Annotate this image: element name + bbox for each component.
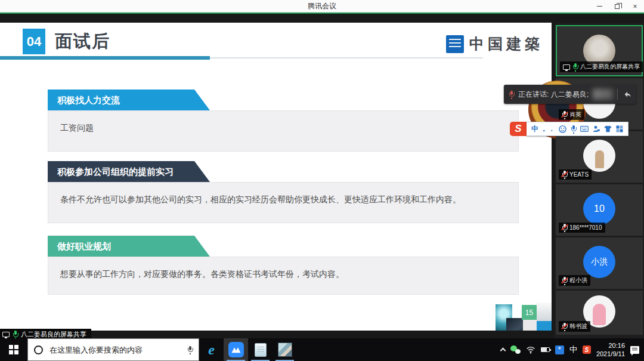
- participant-name: 韩书波: [569, 322, 587, 331]
- mic-on-icon: [13, 331, 18, 338]
- blurred-region: [593, 89, 613, 100]
- taskbar-search[interactable]: [27, 338, 199, 361]
- ime-toolbar-buttons: 中 。，: [527, 122, 628, 136]
- window-title: 腾讯会议: [308, 1, 336, 11]
- ie-icon: e: [208, 343, 215, 357]
- section-body-3: 想要从事的工作方向，对应要做的事务。各类资格证书考试年份，考试内容。: [48, 257, 519, 295]
- account-icon[interactable]: [593, 125, 600, 132]
- tray-clock[interactable]: 20:16 2021/9/11: [596, 341, 625, 359]
- wifi-icon[interactable]: [526, 346, 535, 354]
- close-icon: ×: [633, 2, 637, 11]
- avatar: 小洪: [583, 246, 615, 278]
- taskbar-app-meeting[interactable]: [224, 338, 248, 361]
- participant-name-label: 程小洪: [559, 275, 590, 286]
- windows-taskbar: e * 中 S 20:16 2021/9/11: [0, 338, 644, 361]
- participant-name-label: 八二姜易良的屏幕共享: [560, 61, 643, 72]
- mic-muted-icon: [562, 277, 567, 285]
- maximize-button[interactable]: [608, 0, 626, 13]
- company-logo-text: 中国建築: [469, 34, 543, 54]
- taskbar-app-notepad[interactable]: [248, 338, 273, 361]
- participant-name: 程小洪: [569, 276, 587, 285]
- participant-name-label: 肖英: [559, 109, 584, 120]
- speaking-mic-icon: [509, 91, 514, 98]
- participant-name-label: YEATS: [559, 169, 592, 180]
- windows-logo-icon: [9, 345, 18, 354]
- participant-name: 186****7010: [569, 224, 602, 231]
- start-button[interactable]: [0, 338, 27, 361]
- battery-icon[interactable]: [541, 347, 550, 352]
- participant-tile[interactable]: YEATS: [556, 131, 643, 183]
- search-input[interactable]: [48, 345, 182, 355]
- avatar-rabbit: [593, 304, 606, 325]
- system-tray: * 中 S 20:16 2021/9/11: [501, 341, 644, 359]
- screen-share-icon: [563, 64, 570, 70]
- action-center-icon[interactable]: [630, 346, 639, 354]
- mic-muted-icon: [562, 323, 567, 331]
- section-header-1: 积极找人力交流: [48, 90, 210, 110]
- avatar: 10: [583, 193, 615, 225]
- participant-tile[interactable]: 小洪 程小洪: [556, 237, 643, 289]
- participant-name: 肖英: [569, 110, 581, 119]
- section-body-2: 条件不允许也可以参加其他公司的实习，相应的实习经历会帮助你更快成长、更快适应工作…: [48, 182, 519, 223]
- company-logo: 中国建築: [446, 34, 543, 54]
- wechat-icon[interactable]: [510, 345, 521, 354]
- notepad-icon: [255, 343, 267, 357]
- section-header-2: 积极参加公司组织的提前实习: [48, 161, 210, 182]
- cscec-logo-icon: [446, 35, 464, 53]
- slide-title: 面试后: [55, 30, 110, 54]
- share-banner-text: 八二姜易良的屏幕共享: [21, 330, 86, 339]
- ime-mode-button[interactable]: 中: [531, 124, 538, 134]
- minimize-button[interactable]: [590, 0, 608, 13]
- participant-name-label: 186****7010: [559, 223, 605, 233]
- title-underline-accent: [0, 56, 210, 60]
- mic-muted-icon: [562, 224, 567, 232]
- slide-number-box: 04: [23, 29, 45, 54]
- close-button[interactable]: ×: [626, 0, 644, 13]
- participant-name-label: 韩书波: [559, 321, 590, 332]
- collage-gray-image: [523, 320, 537, 331]
- meeting-stage: 04 面试后 中国建築 积极找人力交流 工资问题 积极参加公司组织的提前实习 条…: [0, 13, 644, 338]
- section-header-3: 做好职业规划: [48, 236, 210, 257]
- maximize-icon: [615, 4, 620, 9]
- collage-badge: 15: [522, 305, 537, 320]
- taskbar-app-photos[interactable]: [273, 338, 297, 361]
- participant-name: YEATS: [569, 171, 589, 178]
- mic-on-icon: [572, 63, 578, 71]
- participant-tile[interactable]: 韩书波: [556, 291, 643, 335]
- tray-ime-badge[interactable]: 中: [569, 344, 577, 355]
- tray-expand-icon[interactable]: [500, 348, 506, 354]
- window-titlebar: 腾讯会议 ×: [0, 0, 644, 13]
- bluetooth-app-icon[interactable]: *: [555, 345, 564, 354]
- tray-sogou-icon[interactable]: S: [583, 345, 591, 354]
- mic-muted-icon: [562, 171, 567, 178]
- screen-share-icon: [2, 332, 10, 337]
- ime-punct-button[interactable]: 。，: [543, 125, 555, 133]
- avatar-figure: [595, 150, 604, 168]
- cortana-icon: [34, 345, 43, 354]
- shared-slide: 04 面试后 中国建築 积极找人力交流 工资问题 积极参加公司组织的提前实习 条…: [0, 23, 552, 331]
- voice-input-icon[interactable]: [571, 125, 576, 133]
- app-window: 腾讯会议 × 04 面试后 中国建築 积极找人力交流 工资问题 积极参加公司组织…: [0, 0, 644, 361]
- keyboard-icon[interactable]: [580, 126, 589, 132]
- search-mic-icon[interactable]: [187, 346, 193, 354]
- speaking-toast-text: 正在讲话: 八二姜易良;: [518, 90, 589, 100]
- window-controls: ×: [590, 0, 644, 13]
- participant-name: 八二姜易良的屏幕共享: [580, 63, 640, 71]
- tray-date: 2021/9/11: [596, 350, 625, 358]
- toast-divider: [617, 89, 618, 100]
- ime-toolbar[interactable]: S 中 。，: [510, 122, 628, 136]
- speaking-toast: 正在讲话: 八二姜易良;: [504, 85, 636, 104]
- collage-blue-tile: [537, 321, 552, 331]
- reply-arrow-icon[interactable]: [622, 90, 631, 100]
- avatar: [583, 140, 615, 172]
- skin-icon[interactable]: [604, 125, 612, 132]
- tray-time: 20:16: [596, 341, 625, 350]
- mic-muted-icon: [562, 111, 567, 119]
- toolbox-icon[interactable]: [616, 125, 623, 132]
- participant-tile[interactable]: 10 186****7010: [556, 184, 643, 236]
- sogou-logo-icon[interactable]: S: [510, 122, 527, 136]
- participant-tile-sharer[interactable]: 八二姜易良的屏幕共享: [556, 25, 643, 76]
- emoji-icon[interactable]: [559, 125, 566, 133]
- taskbar-app-ie[interactable]: e: [199, 338, 224, 361]
- minimize-icon: [597, 6, 602, 7]
